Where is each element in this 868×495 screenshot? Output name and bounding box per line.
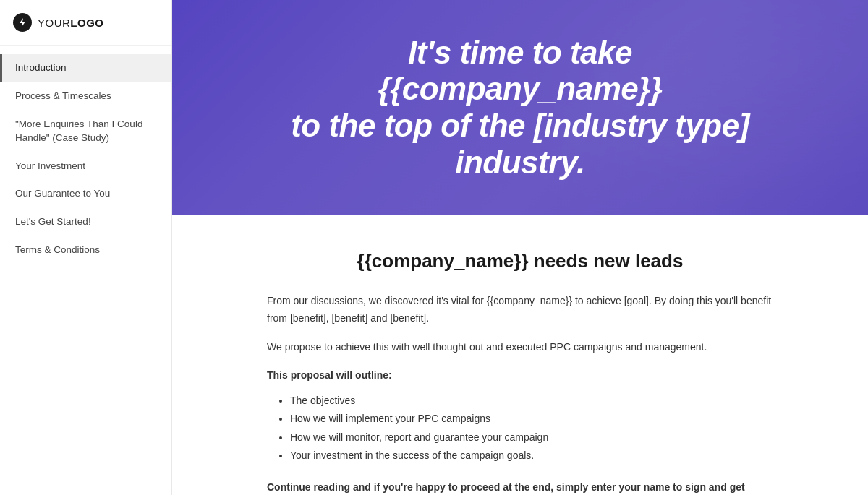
sidebar-item-lets-get-started[interactable]: Let's Get Started! [0, 208, 171, 236]
sidebar-item-case-study[interactable]: "More Enquiries Than I Could Handle" (Ca… [0, 111, 171, 152]
sidebar-item-introduction[interactable]: Introduction [0, 54, 171, 82]
outline-item-0: The objectives [290, 392, 773, 410]
outline-list: The objectives How we will implement you… [267, 392, 773, 465]
section-title: {{company_name}} needs new leads [267, 250, 773, 272]
sidebar-item-our-guarantee[interactable]: Our Guarantee to You [0, 180, 171, 208]
sidebar-item-terms-conditions[interactable]: Terms & Conditions [0, 236, 171, 264]
hero-title-line1: It's time to take {{company_name}} [378, 35, 662, 107]
main-content: It's time to take {{company_name}} to th… [172, 0, 868, 495]
sidebar-item-your-investment[interactable]: Your Investment [0, 152, 171, 181]
svg-marker-0 [20, 18, 25, 27]
hero-title: It's time to take {{company_name}} to th… [274, 35, 766, 181]
logo-text: YOURLOGO [38, 17, 104, 29]
outline-item-2: How we will monitor, report and guarante… [290, 429, 773, 447]
sidebar-navigation: Introduction Process & Timescales "More … [0, 46, 171, 264]
paragraph-2: We propose to achieve this with well tho… [267, 339, 773, 356]
sidebar-item-process-timescales[interactable]: Process & Timescales [0, 82, 171, 111]
cta-text: Continue reading and if you're happy to … [267, 479, 773, 495]
hero-title-line2: to the top of the [industry type] indust… [291, 108, 749, 180]
outline-item-1: How we will implement your PPC campaigns [290, 410, 773, 428]
paragraph-1: From our discussions, we discovered it's… [267, 293, 773, 327]
hero-text-block: It's time to take {{company_name}} to th… [231, 6, 809, 210]
body-section: {{company_name}} needs new leads From ou… [209, 215, 831, 495]
outline-intro: This proposal will outline: [267, 367, 773, 384]
outline-item-3: Your investment in the success of the ca… [290, 447, 773, 465]
hero-section: It's time to take {{company_name}} to th… [172, 0, 868, 215]
sidebar: YOURLOGO Introduction Process & Timescal… [0, 0, 172, 495]
logo-icon [13, 13, 32, 32]
logo-container: YOURLOGO [0, 0, 171, 46]
